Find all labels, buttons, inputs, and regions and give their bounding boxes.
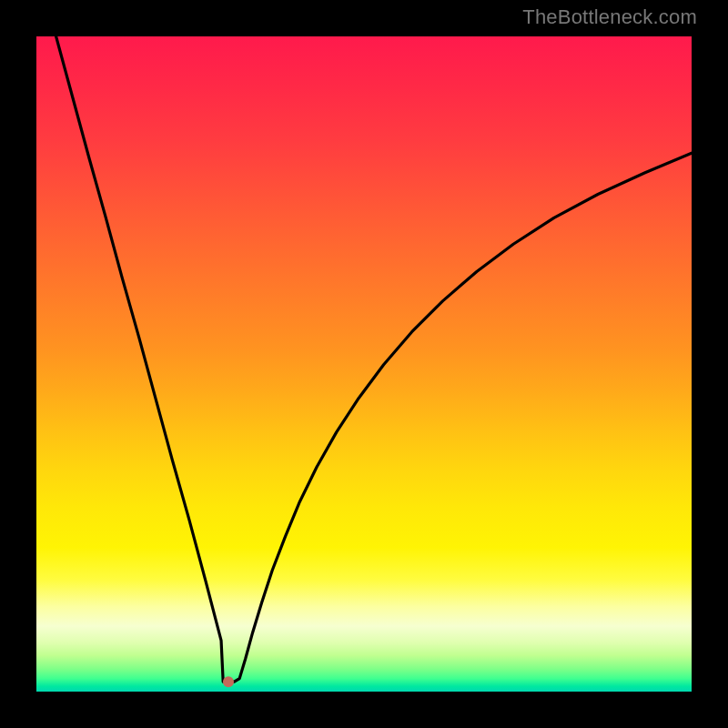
bottleneck-curve — [56, 36, 692, 682]
curve-svg — [36, 36, 692, 692]
plot-area — [36, 36, 692, 692]
watermark-label: TheBottleneck.com — [522, 5, 697, 29]
minimum-marker — [223, 676, 234, 687]
chart-frame: TheBottleneck.com — [0, 0, 728, 728]
